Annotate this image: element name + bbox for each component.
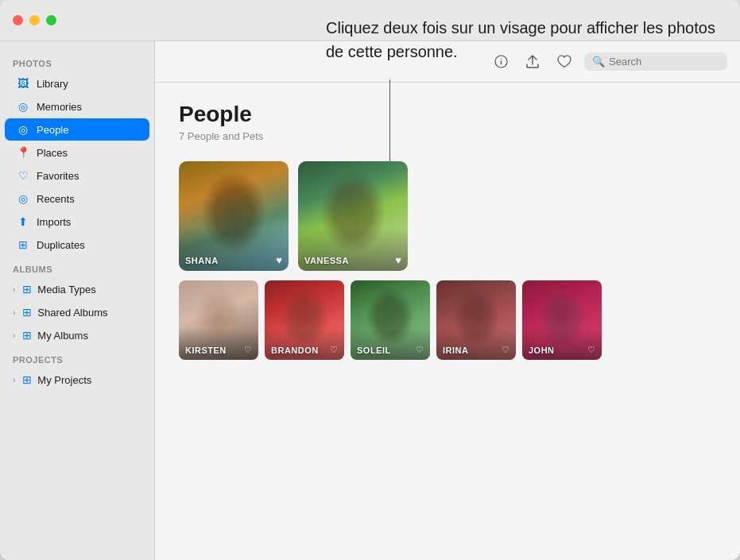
traffic-lights [13,15,56,25]
photos-section-label: Photos [0,51,154,71]
sidebar-item-places-label: Places [37,147,68,159]
people-small-row: Kirsten ♡ Brandon ♡ [179,280,716,360]
sidebar-item-media-types[interactable]: › ⊞ Media Types [5,278,149,300]
chevron-right-icon-2: › [13,308,15,317]
kirsten-name: Kirsten [185,346,227,355]
sidebar-item-imports-label: Imports [37,216,71,228]
person-card-brandon[interactable]: Brandon ♡ [265,280,344,360]
irina-heart-icon: ♡ [502,345,509,355]
person-card-soleil[interactable]: Soleil ♡ [351,280,430,360]
people-large-row: SHANA ♥ VANESSA ♥ [179,161,716,271]
brandon-heart-icon: ♡ [330,345,338,355]
page-title: People [179,102,716,127]
chevron-right-icon: › [13,285,15,294]
duplicates-icon: ⊞ [16,238,30,252]
vanessa-name: VANESSA [304,256,349,265]
kirsten-heart-icon: ♡ [244,345,252,355]
sidebar-item-library-label: Library [37,78,68,90]
sidebar-item-shared-albums[interactable]: › ⊞ Shared Albums [5,301,149,323]
shared-albums-icon: ⊞ [20,305,34,319]
sidebar-item-duplicates[interactable]: ⊞ Duplicates [5,234,149,256]
john-overlay: John ♡ [522,340,602,360]
irina-overlay: Irina ♡ [436,340,516,360]
albums-section-label: Albums [0,257,154,277]
close-button[interactable] [13,15,23,25]
imports-icon: ⬆ [16,214,30,229]
tooltip-callout: Cliquez deux fois sur un visage pour aff… [302,0,740,79]
sidebar-item-places[interactable]: 📍 Places [5,141,149,164]
chevron-right-icon-3: › [13,331,15,340]
content-area: People 7 People and Pets SHANA ♥ [155,83,740,560]
brandon-overlay: Brandon ♡ [265,340,344,360]
sidebar-item-my-albums[interactable]: › ⊞ My Albums [5,324,149,346]
places-icon: 📍 [16,145,30,160]
sidebar-item-my-projects-label: My Projects [37,374,91,386]
media-types-icon: ⊞ [20,282,34,296]
library-icon: 🖼 [16,76,30,91]
app-window: Cliquez deux fois sur un visage pour aff… [0,0,740,560]
chevron-right-icon-4: › [13,376,15,384]
soleil-name: Soleil [357,346,391,355]
shana-overlay: SHANA ♥ [179,249,289,271]
maximize-button[interactable] [46,15,56,25]
sidebar-item-recents[interactable]: ◎ Recents [5,187,149,210]
sidebar: Photos 🖼 Library ◎ Memories ◎ People 📍 P… [0,41,155,560]
sidebar-item-memories-label: Memories [37,101,82,113]
person-card-vanessa[interactable]: VANESSA ♥ [298,161,408,271]
sidebar-item-recents-label: Recents [37,193,75,205]
sidebar-item-memories[interactable]: ◎ Memories [5,95,149,118]
minimize-button[interactable] [29,15,40,25]
sidebar-item-people-label: People [37,124,68,136]
sidebar-item-my-albums-label: My Albums [37,330,88,342]
irina-name: Irina [443,346,468,355]
john-name: John [529,346,555,355]
person-card-john[interactable]: John ♡ [522,280,602,360]
sidebar-item-duplicates-label: Duplicates [37,239,85,251]
memories-icon: ◎ [16,99,30,114]
sidebar-item-shared-albums-label: Shared Albums [37,307,107,319]
sidebar-item-favorites-label: Favorites [37,170,79,182]
people-icon: ◎ [16,122,30,137]
person-card-irina[interactable]: Irina ♡ [436,280,516,360]
person-card-shana[interactable]: SHANA ♥ [179,161,289,271]
sidebar-item-people[interactable]: ◎ People [5,118,149,141]
person-card-kirsten[interactable]: Kirsten ♡ [179,280,258,360]
sidebar-item-my-projects[interactable]: › ⊞ My Projects [5,369,149,391]
my-projects-icon: ⊞ [20,373,34,387]
page-subtitle: 7 People and Pets [179,130,716,142]
shana-heart-icon: ♥ [276,254,282,266]
recents-icon: ◎ [16,191,30,206]
kirsten-overlay: Kirsten ♡ [179,340,258,360]
john-heart-icon: ♡ [587,345,595,355]
tooltip-text: Cliquez deux fois sur un visage pour aff… [326,19,715,60]
main-content: 🔍 People 7 People and Pets SH [155,41,740,560]
sidebar-item-media-types-label: Media Types [37,284,95,295]
sidebar-item-favorites[interactable]: ♡ Favorites [5,164,149,187]
my-albums-icon: ⊞ [20,328,34,342]
sidebar-item-imports[interactable]: ⬆ Imports [5,210,149,233]
vanessa-heart-icon: ♥ [395,254,401,266]
soleil-overlay: Soleil ♡ [351,340,430,360]
vanessa-overlay: VANESSA ♥ [298,249,408,271]
brandon-name: Brandon [271,346,319,355]
soleil-heart-icon: ♡ [416,345,424,355]
app-body: Photos 🖼 Library ◎ Memories ◎ People 📍 P… [0,41,740,560]
projects-section-label: Projects [0,347,154,368]
sidebar-item-library[interactable]: 🖼 Library [5,72,149,95]
shana-name: SHANA [185,256,219,265]
favorites-icon: ♡ [16,168,30,183]
